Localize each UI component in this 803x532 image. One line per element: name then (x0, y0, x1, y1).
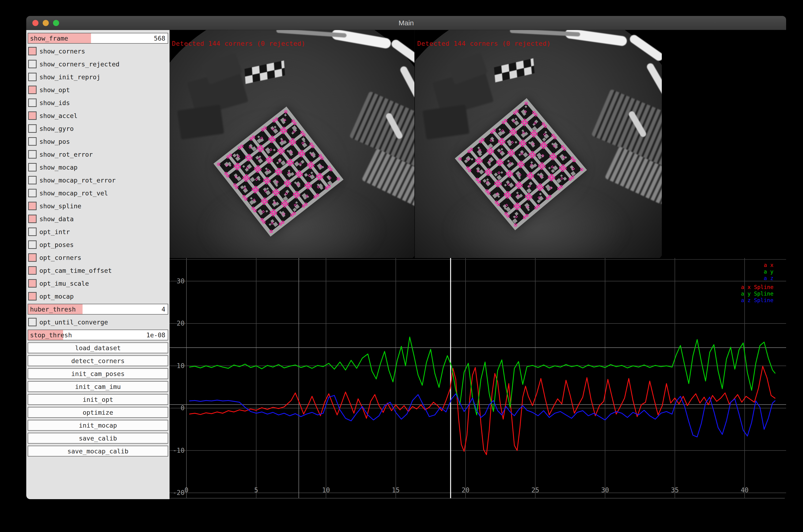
checkbox-box[interactable] (28, 176, 37, 184)
checkbox-box[interactable] (28, 111, 37, 120)
checkbox-label: show_gyro (39, 125, 74, 132)
tag-pixel (563, 177, 567, 180)
checkbox-box[interactable] (28, 73, 37, 81)
shelf-1 (422, 104, 470, 140)
button-init_cam_imu[interactable]: init_cam_imu (28, 381, 168, 392)
tag-pixel (497, 175, 502, 180)
tag-pixel (295, 201, 298, 204)
checkbox-box[interactable] (28, 124, 37, 133)
checkbox-show_opt[interactable]: show_opt (28, 84, 168, 95)
checkbox-box[interactable] (28, 189, 37, 197)
checkbox-show_init_reproj[interactable]: show_init_reproj (28, 72, 168, 82)
tag-pixel (273, 222, 278, 227)
checkbox-box[interactable] (28, 228, 37, 236)
control-panel: show_frame568show_cornersshow_corners_re… (26, 30, 170, 499)
tag-pixel (524, 105, 527, 108)
main-window: Main show_frame568show_cornersshow_corne… (26, 16, 786, 499)
checkbox-label: opt_cam_time_offset (39, 267, 112, 274)
y-axis-tick-label: 10 (170, 362, 185, 370)
slider-label: show_frame (30, 33, 68, 43)
slider-stop_thresh[interactable]: stop_thresh1e-08 (28, 329, 168, 340)
checkbox-box[interactable] (28, 163, 37, 171)
button-load_dataset[interactable]: load_dataset (28, 342, 168, 353)
button-init_opt[interactable]: init_opt (28, 394, 168, 405)
checkbox-label: opt_until_converge (39, 319, 108, 326)
checkbox-box[interactable] (28, 279, 37, 288)
checkbox-show_mocap_rot_error[interactable]: show_mocap_rot_error (28, 175, 168, 186)
checkbox-show_corners_rejected[interactable]: show_corners_rejected (28, 59, 168, 70)
tag-pixel (500, 148, 503, 150)
tag-pixel (479, 169, 484, 174)
checkbox-show_corners[interactable]: show_corners (28, 46, 168, 57)
window-title: Main (26, 16, 786, 30)
checkbox-box[interactable] (28, 98, 37, 107)
checkbox-opt_until_converge[interactable]: opt_until_converge (28, 317, 168, 327)
checkbox-opt_poses[interactable]: opt_poses (28, 239, 168, 250)
checkbox-box[interactable] (28, 86, 37, 94)
button-save_calib[interactable]: save_calib (28, 433, 168, 443)
tag-pixel (505, 206, 511, 212)
x-axis-tick-label: 10 (316, 486, 337, 494)
title-bar[interactable]: Main (26, 16, 786, 30)
camera-view-left[interactable]: Detected 144 corners (0 rejected) (170, 30, 415, 258)
slider-label: huber_thresh (30, 304, 76, 314)
checkbox-opt_cam_time_offset[interactable]: opt_cam_time_offset (28, 265, 168, 276)
tag-pixel (276, 162, 279, 164)
tag-pixel (486, 178, 489, 180)
tag-pixel (515, 141, 517, 143)
button-init_mocap[interactable]: init_mocap (28, 420, 168, 431)
x-axis-tick-label: 30 (594, 486, 616, 494)
checkbox-box[interactable] (28, 318, 37, 326)
checkbox-show_spline[interactable]: show_spline (28, 201, 168, 211)
checkbox-box[interactable] (28, 253, 37, 262)
checkbox-show_rot_error[interactable]: show_rot_error (28, 149, 168, 160)
slider-value: 568 (154, 33, 165, 43)
tag-pixel (539, 193, 542, 195)
x-axis-tick-label: 20 (455, 486, 476, 494)
checkbox-box[interactable] (28, 150, 37, 158)
checkbox-box[interactable] (28, 137, 37, 146)
y-axis-tick-label: 20 (170, 320, 185, 327)
checkbox-box[interactable] (28, 266, 37, 275)
checkbox-show_data[interactable]: show_data (28, 213, 168, 224)
tag-pixel (507, 160, 510, 162)
checkbox-opt_intr[interactable]: opt_intr (28, 226, 168, 237)
checkbox-show_pos[interactable]: show_pos (28, 136, 168, 147)
imu-accel-plot[interactable]: a xa ya z a x Splinea y Splinea z Spline… (170, 258, 786, 499)
checkbox-label: show_accel (39, 112, 78, 119)
series-a-x (189, 366, 775, 455)
checkbox-label: show_mocap (39, 164, 78, 171)
checkbox-show_accel[interactable]: show_accel (28, 110, 168, 121)
checkbox-show_gyro[interactable]: show_gyro (28, 123, 168, 134)
button-detect_corners[interactable]: detect_corners (28, 355, 168, 366)
x-axis-tick-label: 35 (664, 486, 686, 494)
checkbox-show_ids[interactable]: show_ids (28, 97, 168, 108)
checkbox-opt_imu_scale[interactable]: opt_imu_scale (28, 278, 168, 289)
slider-value: 1e-08 (146, 330, 165, 340)
checkbox-opt_mocap[interactable]: opt_mocap (28, 291, 168, 302)
checkbox-box[interactable] (28, 292, 37, 301)
tag-pixel (498, 128, 501, 131)
checkbox-show_mocap[interactable]: show_mocap (28, 162, 168, 173)
slider-huber_thresh[interactable]: huber_thresh4 (28, 304, 168, 315)
tag-pixel (310, 171, 313, 174)
checkbox-box[interactable] (28, 60, 37, 68)
checkbox-box[interactable] (28, 215, 37, 223)
series-a-y (189, 337, 775, 415)
camera-view-right[interactable]: Detected 144 corners (0 rejected) (415, 30, 662, 258)
checkbox-box[interactable] (28, 47, 37, 55)
checkbox-box[interactable] (28, 202, 37, 210)
button-save_mocap_calib[interactable]: save_mocap_calib (28, 446, 168, 456)
button-init_cam_poses[interactable]: init_cam_poses (28, 368, 168, 379)
desktop: Main show_frame568show_cornersshow_corne… (0, 0, 803, 532)
tag-pixel (257, 136, 260, 138)
checkbox-opt_corners[interactable]: opt_corners (28, 252, 168, 263)
tag-pixel (509, 182, 514, 188)
checkbox-label: show_mocap_rot_error (39, 177, 116, 184)
checkbox-box[interactable] (28, 241, 37, 249)
tag-pixel (512, 218, 518, 224)
checkbox-label: show_data (39, 215, 74, 223)
button-optimize[interactable]: optimize (28, 407, 168, 418)
checkbox-show_mocap_rot_vel[interactable]: show_mocap_rot_vel (28, 188, 168, 198)
slider-show_frame[interactable]: show_frame568 (28, 33, 168, 44)
